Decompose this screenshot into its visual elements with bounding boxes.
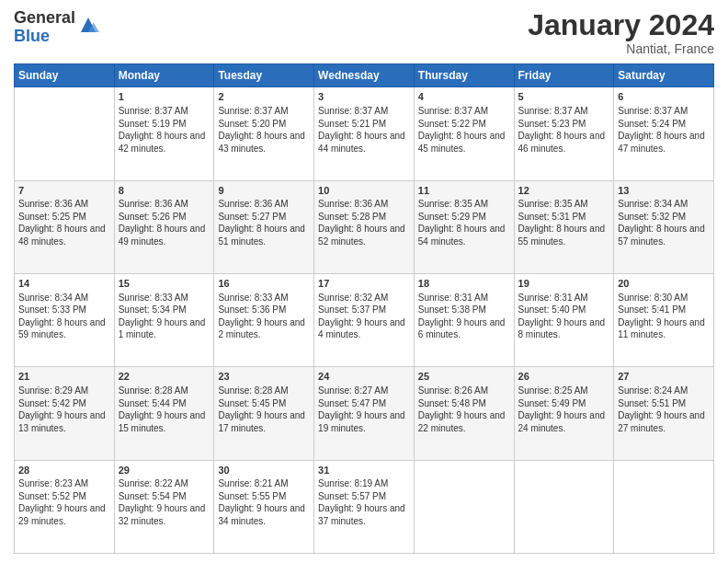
- day-number: 2: [218, 90, 310, 104]
- table-row: 21Sunrise: 8:29 AMSunset: 5:42 PMDayligh…: [15, 367, 115, 460]
- table-row: 14Sunrise: 8:34 AMSunset: 5:33 PMDayligh…: [15, 273, 115, 366]
- cell-content: Sunrise: 8:37 AMSunset: 5:22 PMDaylight:…: [418, 106, 506, 154]
- cell-content: Sunrise: 8:28 AMSunset: 5:45 PMDaylight:…: [218, 385, 305, 433]
- day-number: 23: [218, 370, 310, 384]
- day-number: 1: [119, 90, 210, 104]
- day-number: 19: [518, 277, 610, 291]
- table-row: 13Sunrise: 8:34 AMSunset: 5:32 PMDayligh…: [614, 180, 714, 273]
- cell-content: Sunrise: 8:34 AMSunset: 5:33 PMDaylight:…: [18, 293, 106, 340]
- table-row: 17Sunrise: 8:32 AMSunset: 5:37 PMDayligh…: [314, 273, 415, 366]
- cell-content: Sunrise: 8:37 AMSunset: 5:20 PMDaylight:…: [218, 106, 305, 154]
- table-row: 12Sunrise: 8:35 AMSunset: 5:31 PMDayligh…: [514, 180, 614, 273]
- page: General Blue January 2024 Nantiat, Franc…: [0, 0, 728, 563]
- cell-content: Sunrise: 8:23 AMSunset: 5:52 PMDaylight:…: [18, 478, 106, 526]
- cell-content: Sunrise: 8:26 AMSunset: 5:48 PMDaylight:…: [418, 385, 506, 433]
- cell-content: Sunrise: 8:37 AMSunset: 5:24 PMDaylight:…: [618, 106, 705, 154]
- cell-content: Sunrise: 8:24 AMSunset: 5:51 PMDaylight:…: [618, 385, 705, 433]
- table-row: 25Sunrise: 8:26 AMSunset: 5:48 PMDayligh…: [414, 367, 514, 460]
- week-row-1: 7Sunrise: 8:36 AMSunset: 5:25 PMDaylight…: [15, 180, 714, 273]
- table-row: 20Sunrise: 8:30 AMSunset: 5:41 PMDayligh…: [614, 273, 714, 366]
- table-row: 8Sunrise: 8:36 AMSunset: 5:26 PMDaylight…: [114, 180, 214, 273]
- cell-content: Sunrise: 8:27 AMSunset: 5:47 PMDaylight:…: [318, 385, 405, 433]
- cell-content: Sunrise: 8:29 AMSunset: 5:42 PMDaylight:…: [18, 385, 106, 433]
- day-number: 25: [418, 370, 510, 384]
- table-row: 22Sunrise: 8:28 AMSunset: 5:44 PMDayligh…: [114, 367, 214, 460]
- logo-general: General: [14, 9, 75, 28]
- table-row: 16Sunrise: 8:33 AMSunset: 5:36 PMDayligh…: [214, 273, 314, 366]
- table-row: 27Sunrise: 8:24 AMSunset: 5:51 PMDayligh…: [614, 367, 714, 460]
- day-number: 13: [618, 184, 710, 198]
- day-number: 12: [518, 184, 610, 198]
- day-number: 3: [318, 90, 410, 104]
- day-number: 16: [218, 277, 310, 291]
- calendar-table: Sunday Monday Tuesday Wednesday Thursday…: [14, 63, 714, 554]
- month-title: January 2024: [528, 9, 714, 41]
- table-row: 15Sunrise: 8:33 AMSunset: 5:34 PMDayligh…: [114, 273, 214, 366]
- table-row: 6Sunrise: 8:37 AMSunset: 5:24 PMDaylight…: [614, 87, 714, 180]
- logo-blue: Blue: [14, 28, 75, 46]
- day-number: 26: [518, 370, 610, 384]
- cell-content: Sunrise: 8:34 AMSunset: 5:32 PMDaylight:…: [618, 199, 705, 247]
- day-number: 5: [518, 90, 610, 104]
- table-row: 29Sunrise: 8:22 AMSunset: 5:54 PMDayligh…: [114, 460, 214, 553]
- day-number: 27: [618, 370, 710, 384]
- table-row: 4Sunrise: 8:37 AMSunset: 5:22 PMDaylight…: [414, 87, 514, 180]
- table-row: 9Sunrise: 8:36 AMSunset: 5:27 PMDaylight…: [214, 180, 314, 273]
- day-number: 15: [119, 277, 210, 291]
- table-row: 10Sunrise: 8:36 AMSunset: 5:28 PMDayligh…: [314, 180, 415, 273]
- day-number: 30: [218, 464, 310, 477]
- table-row: 1Sunrise: 8:37 AMSunset: 5:19 PMDaylight…: [114, 87, 214, 180]
- table-row: 2Sunrise: 8:37 AMSunset: 5:20 PMDaylight…: [214, 87, 314, 180]
- col-thursday: Thursday: [414, 64, 514, 87]
- cell-content: Sunrise: 8:37 AMSunset: 5:21 PMDaylight:…: [318, 106, 405, 154]
- table-row: 19Sunrise: 8:31 AMSunset: 5:40 PMDayligh…: [514, 273, 614, 366]
- cell-content: Sunrise: 8:30 AMSunset: 5:41 PMDaylight:…: [618, 293, 705, 340]
- cell-content: Sunrise: 8:35 AMSunset: 5:31 PMDaylight:…: [518, 199, 606, 247]
- col-saturday: Saturday: [614, 64, 714, 87]
- cell-content: Sunrise: 8:28 AMSunset: 5:44 PMDaylight:…: [119, 385, 206, 433]
- cell-content: Sunrise: 8:21 AMSunset: 5:55 PMDaylight:…: [218, 478, 305, 526]
- cell-content: Sunrise: 8:35 AMSunset: 5:29 PMDaylight:…: [418, 199, 506, 247]
- day-number: 18: [418, 277, 510, 291]
- cell-content: Sunrise: 8:19 AMSunset: 5:57 PMDaylight:…: [318, 478, 405, 526]
- logo: General Blue: [14, 9, 99, 46]
- col-friday: Friday: [514, 64, 614, 87]
- cell-content: Sunrise: 8:36 AMSunset: 5:27 PMDaylight:…: [218, 199, 305, 247]
- location: Nantiat, France: [528, 41, 714, 56]
- table-row: 24Sunrise: 8:27 AMSunset: 5:47 PMDayligh…: [314, 367, 415, 460]
- day-number: 21: [18, 370, 110, 384]
- col-sunday: Sunday: [15, 64, 115, 87]
- cell-content: Sunrise: 8:33 AMSunset: 5:36 PMDaylight:…: [218, 293, 305, 340]
- table-row: [15, 87, 115, 180]
- cell-content: Sunrise: 8:31 AMSunset: 5:40 PMDaylight:…: [518, 293, 606, 340]
- header: General Blue January 2024 Nantiat, Franc…: [14, 9, 714, 56]
- cell-content: Sunrise: 8:37 AMSunset: 5:23 PMDaylight:…: [518, 106, 606, 154]
- table-row: 30Sunrise: 8:21 AMSunset: 5:55 PMDayligh…: [214, 460, 314, 553]
- table-row: 31Sunrise: 8:19 AMSunset: 5:57 PMDayligh…: [314, 460, 415, 553]
- logo-icon: [77, 14, 99, 36]
- table-row: [614, 460, 714, 553]
- table-row: 28Sunrise: 8:23 AMSunset: 5:52 PMDayligh…: [15, 460, 115, 553]
- title-section: January 2024 Nantiat, France: [528, 9, 714, 56]
- cell-content: Sunrise: 8:31 AMSunset: 5:38 PMDaylight:…: [418, 293, 506, 340]
- day-number: 22: [119, 370, 210, 384]
- cell-content: Sunrise: 8:37 AMSunset: 5:19 PMDaylight:…: [119, 106, 206, 154]
- day-number: 9: [218, 184, 310, 198]
- day-number: 11: [418, 184, 510, 198]
- table-row: 23Sunrise: 8:28 AMSunset: 5:45 PMDayligh…: [214, 367, 314, 460]
- cell-content: Sunrise: 8:36 AMSunset: 5:28 PMDaylight:…: [318, 199, 405, 247]
- day-number: 24: [318, 370, 410, 384]
- day-number: 31: [318, 464, 410, 477]
- cell-content: Sunrise: 8:36 AMSunset: 5:25 PMDaylight:…: [18, 199, 106, 247]
- day-number: 14: [18, 277, 110, 291]
- col-tuesday: Tuesday: [214, 64, 314, 87]
- col-monday: Monday: [114, 64, 214, 87]
- table-row: 11Sunrise: 8:35 AMSunset: 5:29 PMDayligh…: [414, 180, 514, 273]
- week-row-3: 21Sunrise: 8:29 AMSunset: 5:42 PMDayligh…: [15, 367, 714, 460]
- table-row: 26Sunrise: 8:25 AMSunset: 5:49 PMDayligh…: [514, 367, 614, 460]
- cell-content: Sunrise: 8:22 AMSunset: 5:54 PMDaylight:…: [119, 478, 206, 526]
- day-number: 7: [18, 184, 110, 198]
- day-number: 28: [18, 464, 110, 477]
- day-number: 29: [119, 464, 210, 477]
- day-number: 20: [618, 277, 710, 291]
